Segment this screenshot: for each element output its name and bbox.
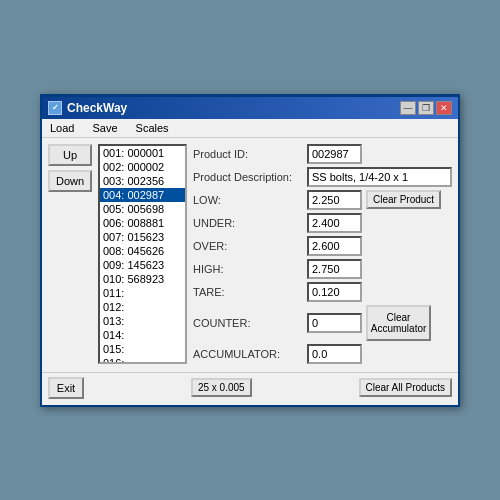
low-inner-row: LOW:: [193, 190, 362, 210]
accumulator-label: ACCUMULATOR:: [193, 348, 303, 360]
high-input[interactable]: [307, 259, 362, 279]
list-item[interactable]: 009: 145623: [100, 258, 185, 272]
tare-input[interactable]: [307, 282, 362, 302]
accumulator-row: ACCUMULATOR:: [193, 344, 452, 364]
over-input[interactable]: [307, 236, 362, 256]
left-panel: Up Down: [48, 144, 92, 364]
under-input[interactable]: [307, 213, 362, 233]
over-label: OVER:: [193, 240, 303, 252]
restore-button[interactable]: ❐: [418, 101, 434, 115]
up-button[interactable]: Up: [48, 144, 92, 166]
counter-input[interactable]: [307, 313, 362, 333]
tare-label: TARE:: [193, 286, 303, 298]
list-item[interactable]: 004: 002987: [100, 188, 185, 202]
product-id-row: Product ID:: [193, 144, 452, 164]
list-item[interactable]: 001: 000001: [100, 146, 185, 160]
list-panel: 001: 000001002: 000002003: 002356004: 00…: [98, 144, 187, 364]
menu-save[interactable]: Save: [88, 121, 121, 135]
list-item[interactable]: 014:: [100, 328, 185, 342]
product-desc-label: Product Description:: [193, 171, 303, 183]
main-content: Up Down 001: 000001002: 000002003: 00235…: [42, 138, 458, 370]
clear-accumulator-button[interactable]: ClearAccumulator: [366, 305, 431, 341]
product-desc-row: Product Description:: [193, 167, 452, 187]
list-item[interactable]: 006: 008881: [100, 216, 185, 230]
list-item[interactable]: 005: 005698: [100, 202, 185, 216]
product-list[interactable]: 001: 000001002: 000002003: 002356004: 00…: [98, 144, 187, 364]
menu-bar: Load Save Scales: [42, 119, 458, 138]
list-item[interactable]: 002: 000002: [100, 160, 185, 174]
counter-inner-row: COUNTER:: [193, 313, 362, 333]
down-button[interactable]: Down: [48, 170, 92, 192]
right-form-panel: Product ID: Product Description: LOW: Cl…: [193, 144, 452, 364]
counter-label: COUNTER:: [193, 317, 303, 329]
product-id-input[interactable]: [307, 144, 362, 164]
list-item[interactable]: 003: 002356: [100, 174, 185, 188]
product-desc-input[interactable]: [307, 167, 452, 187]
under-row: UNDER:: [193, 213, 452, 233]
accumulator-input[interactable]: [307, 344, 362, 364]
list-item[interactable]: 010: 568923: [100, 272, 185, 286]
list-item[interactable]: 007: 015623: [100, 230, 185, 244]
footer-row: Exit 25 x 0.005 Clear All Products: [42, 372, 458, 405]
list-item[interactable]: 008: 045626: [100, 244, 185, 258]
menu-scales[interactable]: Scales: [132, 121, 173, 135]
list-item[interactable]: 015:: [100, 342, 185, 356]
window-title: CheckWay: [67, 101, 127, 115]
product-id-label: Product ID:: [193, 148, 303, 160]
main-window: ✓ CheckWay — ❐ ✕ Load Save Scales Up Dow…: [40, 94, 460, 407]
list-item[interactable]: 011:: [100, 286, 185, 300]
list-item[interactable]: 016:: [100, 356, 185, 364]
low-row: LOW: Clear Product: [193, 190, 452, 210]
high-label: HIGH:: [193, 263, 303, 275]
title-bar: ✓ CheckWay — ❐ ✕: [42, 97, 458, 119]
minimize-button[interactable]: —: [400, 101, 416, 115]
over-row: OVER:: [193, 236, 452, 256]
list-item[interactable]: 012:: [100, 300, 185, 314]
title-buttons: — ❐ ✕: [400, 101, 452, 115]
close-button[interactable]: ✕: [436, 101, 452, 115]
low-input[interactable]: [307, 190, 362, 210]
clear-all-products-button[interactable]: Clear All Products: [359, 378, 452, 397]
counter-row: COUNTER: ClearAccumulator: [193, 305, 452, 341]
resolution-button[interactable]: 25 x 0.005: [191, 378, 252, 397]
high-row: HIGH:: [193, 259, 452, 279]
exit-button[interactable]: Exit: [48, 377, 84, 399]
clear-product-button[interactable]: Clear Product: [366, 190, 441, 209]
title-bar-left: ✓ CheckWay: [48, 101, 127, 115]
tare-row: TARE:: [193, 282, 452, 302]
under-label: UNDER:: [193, 217, 303, 229]
menu-load[interactable]: Load: [46, 121, 78, 135]
app-icon: ✓: [48, 101, 62, 115]
low-label: LOW:: [193, 194, 303, 206]
list-item[interactable]: 013:: [100, 314, 185, 328]
